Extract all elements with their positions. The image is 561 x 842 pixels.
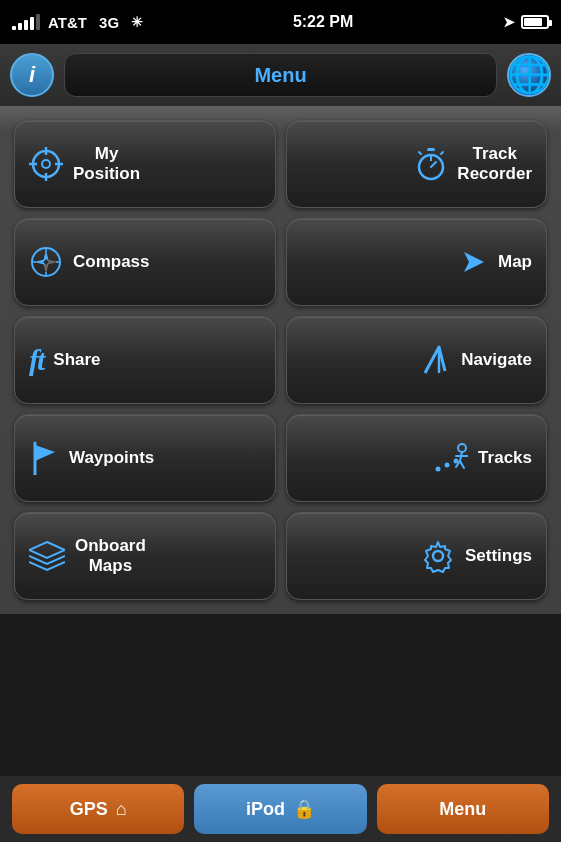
info-button[interactable]: i [10,53,54,97]
location-icon: ➤ [503,14,515,30]
map-arrow-icon [460,248,488,276]
svg-point-25 [436,467,441,472]
navigate-label: Navigate [461,350,532,370]
waypoints-label: Waypoints [69,448,154,468]
header-title-container: Menu [64,53,497,97]
ipod-button[interactable]: iPod 🔒 [194,784,366,834]
battery-fill [524,18,542,26]
onboard-maps-button[interactable]: OnboardMaps [14,512,276,600]
navigate-icon [421,343,451,377]
share-label: Share [53,350,100,370]
map-layers-icon [29,540,65,572]
gear-icon [421,539,455,573]
signal-bar-2 [18,23,22,30]
svg-line-10 [441,152,443,154]
time-label: 5:22 PM [293,13,353,31]
svg-marker-24 [35,445,55,461]
timer-icon [415,147,447,181]
share-button[interactable]: ft Share [14,316,276,404]
compass-button[interactable]: Compass [14,218,276,306]
ipod-label: iPod [246,799,285,820]
svg-point-34 [433,551,443,561]
network-label: 3G [99,14,119,31]
tracks-button[interactable]: Tracks [286,414,548,502]
menu-label: Menu [439,799,486,820]
status-right: ➤ [503,14,549,30]
svg-point-28 [458,444,466,452]
menu-grid: MyPosition TrackRecorder [14,120,547,600]
bottom-bar: GPS ⌂ iPod 🔒 Menu [0,776,561,842]
svg-line-31 [460,461,464,468]
track-recorder-button[interactable]: TrackRecorder [286,120,548,208]
carrier-label: AT&T [48,14,87,31]
svg-point-26 [445,463,450,468]
my-position-label: MyPosition [73,144,140,185]
signal-bars [12,14,40,30]
walker-icon [434,441,468,475]
waypoints-button[interactable]: Waypoints [14,414,276,502]
activity-icon: ✳ [131,14,143,30]
header: i Menu 🌐 [0,44,561,106]
map-button[interactable]: Map [286,218,548,306]
tracks-label: Tracks [478,448,532,468]
status-left: AT&T 3G ✳ [12,14,143,31]
battery-indicator [521,15,549,29]
map-label: Map [498,252,532,272]
signal-bar-1 [12,26,16,30]
navigate-button[interactable]: Navigate [286,316,548,404]
menu-button[interactable]: Menu [377,784,549,834]
svg-point-1 [42,160,50,168]
svg-marker-33 [29,542,65,558]
globe-icon: 🌐 [507,54,551,96]
globe-button[interactable]: 🌐 [507,53,551,97]
gps-label: GPS [70,799,108,820]
signal-bar-4 [30,17,34,30]
settings-label: Settings [465,546,532,566]
header-title: Menu [254,64,306,87]
lock-icon: 🔒 [293,798,315,820]
compass-label: Compass [73,252,150,272]
svg-line-11 [419,152,421,154]
home-icon: ⌂ [116,799,127,820]
flag-icon [29,441,59,475]
status-bar: AT&T 3G ✳ 5:22 PM ➤ [0,0,561,44]
track-recorder-label: TrackRecorder [457,144,532,185]
onboard-maps-label: OnboardMaps [75,536,146,577]
my-position-button[interactable]: MyPosition [14,120,276,208]
signal-bar-5 [36,14,40,30]
signal-bar-3 [24,20,28,30]
ft-icon: ft [29,343,43,377]
compass-icon [29,245,63,279]
crosshair-icon [29,147,63,181]
svg-rect-9 [427,148,435,151]
settings-button[interactable]: Settings [286,512,548,600]
main-content: MyPosition TrackRecorder [0,106,561,614]
svg-line-8 [431,162,436,167]
gps-button[interactable]: GPS ⌂ [12,784,184,834]
svg-marker-21 [464,252,484,272]
